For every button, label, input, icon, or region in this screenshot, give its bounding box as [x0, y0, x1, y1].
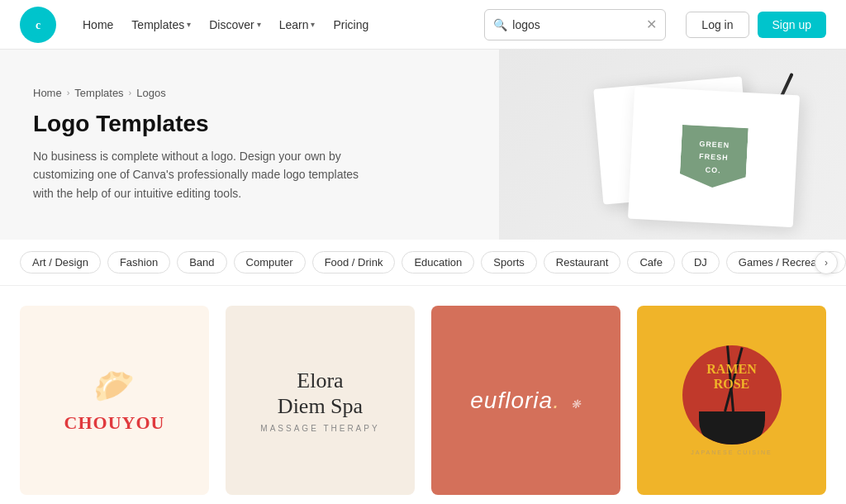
chouyou-text: CHOUYOU [64, 412, 165, 434]
clear-search-button[interactable]: ✕ [646, 18, 657, 31]
chip-cafe[interactable]: Cafe [627, 251, 674, 273]
hero-description: No business is complete without a logo. … [33, 147, 364, 202]
chip-sports[interactable]: Sports [481, 251, 537, 273]
hero-paper-logo: GREEN FRESH CO. [628, 87, 800, 227]
login-button[interactable]: Log in [686, 12, 749, 38]
page-title: Logo Templates [33, 111, 466, 137]
svg-text:c: c [36, 18, 40, 31]
green-fresh-badge: GREEN FRESH CO. [679, 125, 749, 189]
search-input[interactable] [512, 18, 641, 31]
ramen-circle: RAMENROSE [682, 345, 782, 445]
navbar: c Home Templates ▾ Discover ▾ Learn ▾ Pr… [0, 0, 846, 50]
chip-band[interactable]: Band [177, 251, 226, 273]
template-card-eufloria[interactable]: eufloria. ❋ [431, 306, 620, 495]
template-card-ramen-rose[interactable]: RAMENROSE Japanese Cuisine [637, 306, 826, 495]
template-card-elora-spa[interactable]: EloraDiem Spa Massage Therapy [226, 306, 415, 495]
chouyou-sushi-icon: 🥟 [64, 367, 165, 406]
chip-education[interactable]: Education [402, 251, 474, 273]
breadcrumb-sep-1: › [67, 88, 70, 97]
nav-templates[interactable]: Templates ▾ [125, 13, 197, 36]
nav-actions: Log in Sign up [686, 12, 826, 38]
filter-chips-row: Art / Design Fashion Band Computer Food … [0, 240, 846, 286]
nav-learn[interactable]: Learn ▾ [273, 13, 322, 36]
nav-links: Home Templates ▾ Discover ▾ Learn ▾ Pric… [76, 13, 464, 36]
spa-subtitle: Massage Therapy [260, 424, 379, 433]
search-icon: 🔍 [493, 18, 507, 31]
breadcrumb: Home › Templates › Logos [33, 87, 466, 99]
spa-title: EloraDiem Spa [260, 368, 379, 419]
chip-fashion[interactable]: Fashion [107, 251, 170, 273]
nav-home[interactable]: Home [76, 13, 120, 36]
ramen-brand-text: RAMENROSE [706, 362, 756, 391]
template-card-chouyou[interactable]: 🥟 CHOUYOU [20, 306, 209, 495]
signup-button[interactable]: Sign up [758, 12, 826, 38]
nav-discover[interactable]: Discover ▾ [202, 13, 267, 36]
ramen-bowl-icon [699, 411, 765, 445]
hero-content: Home › Templates › Logos Logo Templates … [0, 50, 499, 240]
nav-pricing[interactable]: Pricing [326, 13, 375, 36]
hero-section: Home › Templates › Logos Logo Templates … [0, 50, 846, 240]
chip-restaurant[interactable]: Restaurant [544, 251, 621, 273]
breadcrumb-templates[interactable]: Templates [74, 87, 123, 99]
ramen-subtitle: Japanese Cuisine [682, 449, 782, 455]
chip-dj[interactable]: DJ [682, 251, 720, 273]
chevron-down-icon: ▾ [311, 20, 315, 29]
chip-art-design[interactable]: Art / Design [20, 251, 101, 273]
breadcrumb-current: Logos [136, 87, 165, 99]
eufloria-text: eufloria. ❋ [470, 388, 581, 413]
chevron-down-icon: ▾ [187, 20, 191, 29]
chevron-down-icon: ▾ [257, 20, 261, 29]
hero-image: GREEN FRESH CO. [499, 50, 846, 240]
breadcrumb-sep-2: › [129, 88, 132, 97]
scroll-right-arrow[interactable]: › [815, 251, 838, 274]
search-bar: 🔍 ✕ [484, 9, 666, 40]
chip-computer[interactable]: Computer [234, 251, 306, 273]
template-grid: 🥟 CHOUYOU EloraDiem Spa Massage Therapy … [0, 286, 846, 504]
logo[interactable]: c [20, 7, 56, 43]
chip-food-drink[interactable]: Food / Drink [312, 251, 396, 273]
breadcrumb-home[interactable]: Home [33, 87, 62, 99]
